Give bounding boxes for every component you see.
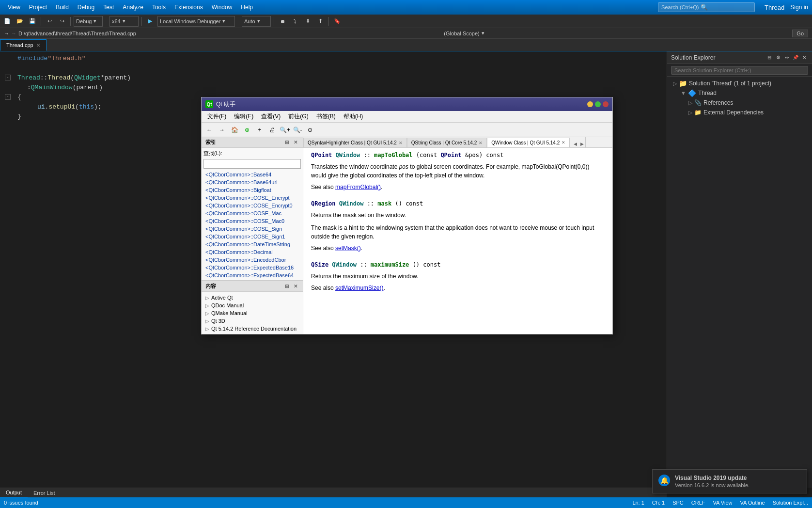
se-pin-btn[interactable]: 📌 <box>792 54 799 62</box>
qt-index-list[interactable]: <QtCborCommon>::Base64 <QtCborCommon>::B… <box>202 171 303 280</box>
run-config-dropdown[interactable]: Local Windows Debugger ▾ <box>157 16 235 27</box>
qt-back-btn[interactable]: ← <box>203 124 215 136</box>
list-item-7[interactable]: <QtCborCommon>::COSE_Sign <box>202 225 303 233</box>
menu-test[interactable]: Test <box>99 2 118 13</box>
menu-tools[interactable]: Tools <box>148 2 170 13</box>
se-collapse-btn[interactable]: ⊟ <box>765 54 773 62</box>
se-expand-btn[interactable]: ⇔ <box>783 54 791 62</box>
qt-menu-view[interactable]: 查看(V) <box>257 111 284 122</box>
qt-menu-edit[interactable]: 编辑(E) <box>230 111 257 122</box>
qt-content-undock-btn[interactable]: ⊞ <box>283 283 290 290</box>
save-btn[interactable]: 💾 <box>27 16 38 27</box>
step-over-btn[interactable]: ⤵ <box>290 16 300 27</box>
qt-tab-close-1[interactable]: ✕ <box>479 141 483 145</box>
list-item-14[interactable]: <QtCborCommon>::ExpectedBase64url <box>202 279 303 280</box>
list-item-12[interactable]: <QtCborCommon>::ExpectedBase16 <box>202 264 303 271</box>
list-item-10[interactable]: <QtCborCommon>::Decimal <box>202 248 303 256</box>
qt-menu-file[interactable]: 文件(F) <box>203 111 230 122</box>
qt-close-btn[interactable] <box>603 101 609 107</box>
list-item-11[interactable]: <QtCborCommon>::EncodedCbor <box>202 256 303 264</box>
qt-index-search[interactable] <box>203 159 301 169</box>
content-item-0[interactable]: ▷ Active Qt <box>205 294 299 302</box>
file-path[interactable]: D:\qt\advanced\thread\Thread\Thread\Thre… <box>18 31 136 36</box>
solution-root[interactable]: ▷ 📁 Solution 'Thread' (1 of 1 project) <box>669 79 810 88</box>
scope-selector[interactable]: (Global Scope) <box>444 31 479 36</box>
go-button[interactable]: Go <box>792 30 808 37</box>
run-btn[interactable]: ▶ <box>145 16 156 27</box>
list-item-8[interactable]: <QtCborCommon>::COSE_Sign1 <box>202 233 303 240</box>
qt-zoom-in-btn[interactable]: 🔍+ <box>279 124 291 136</box>
menu-debug[interactable]: Debug <box>74 2 98 13</box>
qt-forward-btn[interactable]: → <box>216 124 228 136</box>
breakpoint-btn[interactable]: ⏺ <box>277 16 288 27</box>
menu-window[interactable]: Window <box>208 2 236 13</box>
content-item-5[interactable]: ▷ Qt Android Extras <box>205 333 299 334</box>
qt-menu-goto[interactable]: 前往(G) <box>284 111 312 122</box>
se-filter-btn[interactable]: ⚙ <box>774 54 782 62</box>
new-file-btn[interactable]: 📄 <box>2 16 13 27</box>
bottom-tab-errors[interactable]: Error List <box>28 488 61 498</box>
list-item-13[interactable]: <QtCborCommon>::ExpectedBase64 <box>202 271 303 279</box>
solution-explorer-search[interactable] <box>667 64 812 77</box>
debug-config-dropdown[interactable]: Debug ▾ <box>74 16 103 27</box>
va-view-btn[interactable]: VA View <box>713 500 733 506</box>
external-deps-node[interactable]: ▷ 📁 External Dependencies <box>669 108 810 117</box>
qt-zoom-out-btn[interactable]: 🔍- <box>292 124 303 136</box>
bottom-tab-output[interactable]: Output <box>0 488 28 498</box>
content-item-4[interactable]: ▷ Qt 5.14.2 Reference Documentation <box>205 325 299 333</box>
se-close-btn[interactable]: ✕ <box>800 54 808 62</box>
solution-expl-btn[interactable]: Solution Expl... <box>773 500 808 506</box>
menu-help[interactable]: Help <box>237 2 257 13</box>
qt-tab-close-0[interactable]: ✕ <box>399 141 403 145</box>
sign-in-link[interactable]: Sign in <box>790 4 808 11</box>
menu-view[interactable]: View <box>4 2 24 13</box>
collapse-btn-1[interactable]: - <box>5 75 11 80</box>
step-out-btn[interactable]: ⬆ <box>315 16 326 27</box>
attach-dropdown[interactable]: Auto ▾ <box>242 16 271 27</box>
content-item-1[interactable]: ▷ QDoc Manual <box>205 302 299 309</box>
open-file-btn[interactable]: 📂 <box>15 16 25 27</box>
link-mapFromGlobal[interactable]: mapFromGlobal() <box>335 184 381 190</box>
qt-maximize-btn[interactable] <box>595 101 601 107</box>
qt-menu-bookmark[interactable]: 书签(B) <box>312 111 340 122</box>
close-tab-thread-cpp[interactable]: ✕ <box>36 43 40 48</box>
qt-content-close-btn[interactable]: ✕ <box>292 283 299 290</box>
qt-doc-tab-0[interactable]: QSyntaxHighlighter Class | Qt GUI 5.14.2… <box>303 138 407 147</box>
qt-tab-close-2[interactable]: ✕ <box>562 140 565 145</box>
link-setMaximumSize[interactable]: setMaximumSize() <box>335 285 383 291</box>
menu-extensions[interactable]: Extensions <box>171 2 207 13</box>
qt-home-btn[interactable]: 🏠 <box>229 124 240 136</box>
menu-build[interactable]: Build <box>52 2 73 13</box>
list-item-6[interactable]: <QtCborCommon>::COSE_Mac0 <box>202 217 303 225</box>
qt-tab-prev-btn[interactable]: ◀ <box>572 141 578 147</box>
qt-sync-btn[interactable]: ⊕ <box>241 124 253 136</box>
list-item-1[interactable]: <QtCborCommon>::Base64url <box>202 178 303 186</box>
redo-btn[interactable]: ↪ <box>57 16 67 27</box>
step-into-btn[interactable]: ⬇ <box>302 16 313 27</box>
list-item-3[interactable]: <QtCborCommon>::COSE_Encrypt <box>202 194 303 202</box>
tab-thread-cpp[interactable]: Thread.cpp ✕ <box>0 39 47 51</box>
project-node[interactable]: ▼ 🔷 Thread <box>669 88 810 98</box>
qt-content-list[interactable]: ▷ Active Qt ▷ QDoc Manual ▷ QMake Manual… <box>202 292 303 334</box>
global-search-box[interactable]: Search (Ctrl+Q) 🔍 <box>658 2 755 12</box>
solution-search-input[interactable] <box>671 66 808 75</box>
content-item-2[interactable]: ▷ QMake Manual <box>205 309 299 317</box>
qt-doc-tab-1[interactable]: QString Class | Qt Core 5.14.2 ✕ <box>407 138 487 147</box>
list-item-9[interactable]: <QtCborCommon>::DateTimeString <box>202 240 303 248</box>
qt-index-undock-btn[interactable]: ⊞ <box>283 139 290 146</box>
qt-reset-zoom-btn[interactable]: ⊙ <box>304 124 316 136</box>
collapse-btn-2[interactable]: - <box>5 94 11 100</box>
bookmark-btn[interactable]: 🔖 <box>332 16 343 27</box>
undo-btn[interactable]: ↩ <box>44 16 55 27</box>
va-outline-btn[interactable]: VA Outline <box>740 500 765 506</box>
references-node[interactable]: ▷ 📎 References <box>669 98 810 108</box>
arch-dropdown[interactable]: x64 ▾ <box>109 16 139 27</box>
qt-print-btn[interactable]: 🖨 <box>266 124 278 136</box>
qt-index-close-btn[interactable]: ✕ <box>292 139 299 146</box>
qt-menu-help[interactable]: 帮助(H) <box>340 111 367 122</box>
list-item-2[interactable]: <QtCborCommon>::Bigfloat <box>202 186 303 194</box>
menu-analyze[interactable]: Analyze <box>119 2 147 13</box>
list-item-0[interactable]: <QtCborCommon>::Base64 <box>202 171 303 178</box>
qt-minimize-btn[interactable] <box>587 101 593 107</box>
content-item-3[interactable]: ▷ Qt 3D <box>205 317 299 325</box>
